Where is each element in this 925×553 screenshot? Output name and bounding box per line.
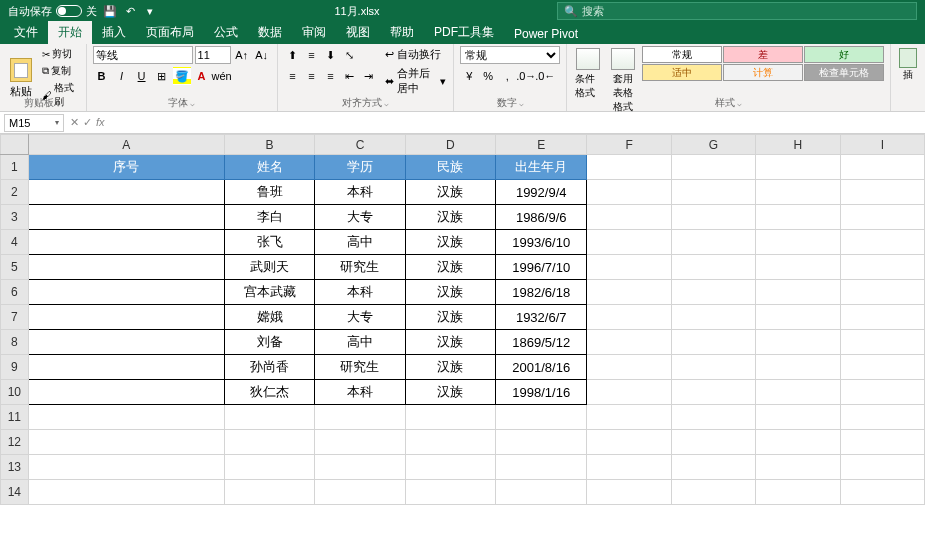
cell-B12[interactable] — [224, 430, 314, 455]
cell-F11[interactable] — [587, 405, 671, 430]
cut-button[interactable]: ✂剪切 — [40, 46, 80, 62]
cell-E8[interactable]: 1869/5/12 — [496, 330, 587, 355]
row-header-6[interactable]: 6 — [1, 280, 29, 305]
decrease-font-button[interactable]: A↓ — [253, 46, 271, 64]
cell-A8[interactable] — [28, 330, 224, 355]
phonetic-button[interactable]: wén — [213, 67, 231, 85]
cell-I4[interactable] — [840, 230, 924, 255]
cell-I9[interactable] — [840, 355, 924, 380]
cell-D7[interactable]: 汉族 — [405, 305, 495, 330]
increase-indent-button[interactable]: ⇥ — [360, 67, 378, 85]
cell-G5[interactable] — [671, 255, 755, 280]
cell-I7[interactable] — [840, 305, 924, 330]
cell-H5[interactable] — [756, 255, 840, 280]
name-box[interactable]: M15 — [4, 114, 64, 132]
tab-data[interactable]: 数据 — [248, 21, 292, 44]
number-format-select[interactable]: 常规 — [460, 46, 560, 64]
align-center-button[interactable]: ≡ — [303, 67, 321, 85]
undo-icon[interactable]: ↶ — [123, 4, 137, 18]
cell-H8[interactable] — [756, 330, 840, 355]
cell-C10[interactable]: 本科 — [315, 380, 405, 405]
row-header-11[interactable]: 11 — [1, 405, 29, 430]
cell-I12[interactable] — [840, 430, 924, 455]
cell-E3[interactable]: 1986/9/6 — [496, 205, 587, 230]
copy-button[interactable]: ⧉复制 — [40, 63, 80, 79]
cell-D14[interactable] — [405, 480, 495, 505]
align-top-button[interactable]: ⬆ — [284, 46, 302, 64]
cell-I1[interactable] — [840, 155, 924, 180]
row-header-14[interactable]: 14 — [1, 480, 29, 505]
italic-button[interactable]: I — [113, 67, 131, 85]
cell-F10[interactable] — [587, 380, 671, 405]
cell-B5[interactable]: 武则天 — [224, 255, 314, 280]
cell-E9[interactable]: 2001/8/16 — [496, 355, 587, 380]
cell-B4[interactable]: 张飞 — [224, 230, 314, 255]
tab-help[interactable]: 帮助 — [380, 21, 424, 44]
tab-insert[interactable]: 插入 — [92, 21, 136, 44]
column-header-H[interactable]: H — [756, 135, 840, 155]
cell-G11[interactable] — [671, 405, 755, 430]
cell-D11[interactable] — [405, 405, 495, 430]
fill-color-button[interactable]: 🪣 — [173, 67, 191, 85]
cell-I5[interactable] — [840, 255, 924, 280]
cell-G14[interactable] — [671, 480, 755, 505]
cell-B10[interactable]: 狄仁杰 — [224, 380, 314, 405]
cell-B1[interactable]: 姓名 — [224, 155, 314, 180]
font-name-select[interactable] — [93, 46, 193, 64]
conditional-format-button[interactable]: 条件格式 — [573, 46, 603, 102]
row-header-3[interactable]: 3 — [1, 205, 29, 230]
cell-C11[interactable] — [315, 405, 405, 430]
align-middle-button[interactable]: ≡ — [303, 46, 321, 64]
style-calc[interactable]: 计算 — [723, 64, 803, 81]
cell-E10[interactable]: 1998/1/16 — [496, 380, 587, 405]
increase-decimal-button[interactable]: .0→ — [517, 67, 535, 85]
cell-A5[interactable] — [28, 255, 224, 280]
cell-D13[interactable] — [405, 455, 495, 480]
cell-H14[interactable] — [756, 480, 840, 505]
cell-D4[interactable]: 汉族 — [405, 230, 495, 255]
cell-C4[interactable]: 高中 — [315, 230, 405, 255]
tab-view[interactable]: 视图 — [336, 21, 380, 44]
wrap-text-button[interactable]: ↩自动换行 — [384, 46, 448, 63]
bold-button[interactable]: B — [93, 67, 111, 85]
cell-F4[interactable] — [587, 230, 671, 255]
row-header-4[interactable]: 4 — [1, 230, 29, 255]
align-right-button[interactable]: ≡ — [322, 67, 340, 85]
column-header-E[interactable]: E — [496, 135, 587, 155]
cell-I14[interactable] — [840, 480, 924, 505]
cell-H7[interactable] — [756, 305, 840, 330]
cell-F9[interactable] — [587, 355, 671, 380]
cell-G12[interactable] — [671, 430, 755, 455]
cell-C3[interactable]: 大专 — [315, 205, 405, 230]
column-header-I[interactable]: I — [840, 135, 924, 155]
row-header-2[interactable]: 2 — [1, 180, 29, 205]
formula-input[interactable] — [111, 114, 925, 132]
style-check[interactable]: 检查单元格 — [804, 64, 884, 81]
row-header-13[interactable]: 13 — [1, 455, 29, 480]
cell-A3[interactable] — [28, 205, 224, 230]
align-left-button[interactable]: ≡ — [284, 67, 302, 85]
search-input[interactable] — [582, 5, 910, 17]
cell-E5[interactable]: 1996/7/10 — [496, 255, 587, 280]
cell-F7[interactable] — [587, 305, 671, 330]
cell-D10[interactable]: 汉族 — [405, 380, 495, 405]
cell-C2[interactable]: 本科 — [315, 180, 405, 205]
cell-I6[interactable] — [840, 280, 924, 305]
decrease-decimal-button[interactable]: .0← — [536, 67, 554, 85]
cell-F8[interactable] — [587, 330, 671, 355]
cell-E12[interactable] — [496, 430, 587, 455]
row-header-12[interactable]: 12 — [1, 430, 29, 455]
cell-E14[interactable] — [496, 480, 587, 505]
orientation-button[interactable]: ⤡ — [341, 46, 359, 64]
tab-file[interactable]: 文件 — [4, 21, 48, 44]
cell-B11[interactable] — [224, 405, 314, 430]
cell-G8[interactable] — [671, 330, 755, 355]
cell-G2[interactable] — [671, 180, 755, 205]
row-header-10[interactable]: 10 — [1, 380, 29, 405]
cell-I8[interactable] — [840, 330, 924, 355]
font-size-select[interactable] — [195, 46, 231, 64]
tab-formulas[interactable]: 公式 — [204, 21, 248, 44]
cell-B8[interactable]: 刘备 — [224, 330, 314, 355]
cell-D5[interactable]: 汉族 — [405, 255, 495, 280]
cell-E11[interactable] — [496, 405, 587, 430]
